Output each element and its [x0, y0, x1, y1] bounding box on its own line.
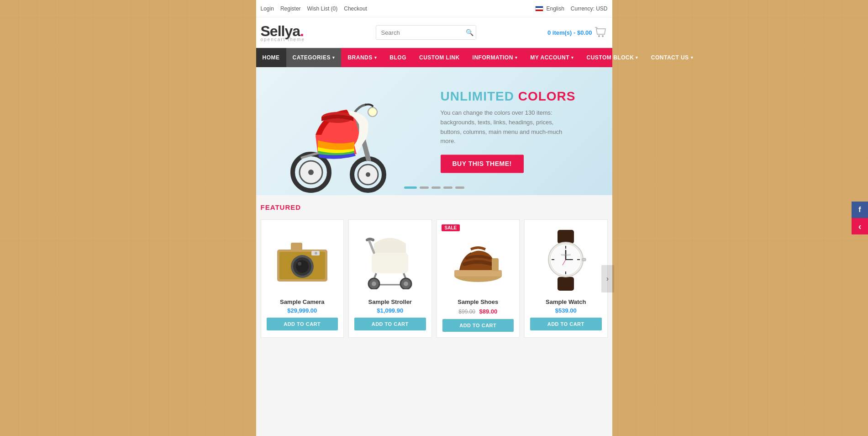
shoes-price-area: $99.00 $89.00 [458, 307, 497, 315]
svg-point-17 [298, 262, 301, 266]
search-button[interactable]: 🔍 [462, 26, 476, 39]
product-card-camera: Sample Camera $29,999.00 ADD TO CART [261, 219, 344, 338]
nav-brands[interactable]: BRANDS ▾ [341, 48, 383, 67]
login-link[interactable]: Login [261, 5, 274, 12]
myaccount-arrow: ▾ [571, 55, 574, 60]
dot-2[interactable] [420, 186, 429, 189]
search-input[interactable] [376, 26, 462, 39]
dot-1[interactable] [404, 186, 417, 189]
svg-point-0 [598, 35, 600, 37]
contactus-arrow: ▾ [691, 55, 694, 60]
categories-arrow: ▾ [332, 55, 335, 60]
svg-point-7 [366, 172, 370, 177]
camera-image-area [267, 225, 338, 294]
camera-image [273, 238, 332, 282]
sale-badge: SALE [442, 224, 460, 231]
watch-add-to-cart[interactable]: ADD TO CART [530, 318, 602, 330]
top-bar-left: Login Register Wish List (0) Checkout [261, 5, 367, 12]
wishlist-link[interactable]: Wish List (0) [307, 5, 338, 12]
hero-dots[interactable] [404, 186, 464, 189]
svg-point-11 [368, 107, 377, 117]
svg-rect-40 [577, 259, 580, 260]
brands-arrow: ▾ [374, 55, 377, 60]
camera-name: Sample Camera [280, 298, 325, 305]
svg-rect-33 [558, 277, 574, 291]
header: Sellya. opencart theme 🔍 0 item(s) - $0.… [256, 17, 612, 48]
watch-price: $539.00 [555, 307, 577, 314]
nav-custom-block[interactable]: CUSTOM BLOCK ▾ [580, 48, 645, 67]
dot-5[interactable] [455, 186, 464, 189]
hero-title: UNLIMITED COLORS [441, 89, 576, 104]
featured-title: FEATURED [261, 203, 608, 213]
hero-text-area: UNLIMITED COLORS You can change the colo… [441, 89, 576, 173]
svg-point-1 [602, 35, 604, 37]
dot-4[interactable] [443, 186, 452, 189]
shoes-sale-price: $89.00 [479, 308, 497, 315]
camera-add-to-cart[interactable]: ADD TO CART [267, 318, 338, 330]
featured-section: FEATURED Sample [256, 195, 612, 347]
hero-scooter-image [284, 76, 393, 195]
svg-rect-31 [492, 258, 499, 271]
svg-rect-45 [582, 258, 586, 261]
logo[interactable]: Sellya. opencart theme [261, 23, 305, 42]
nav-blog[interactable]: BLOG [383, 48, 413, 67]
cart-area[interactable]: 0 item(s) - $0.00 [547, 26, 608, 39]
top-bar: Login Register Wish List (0) Checkout En… [256, 0, 612, 17]
language-label: English [546, 5, 564, 12]
facebook-button[interactable]: f [852, 202, 868, 218]
dot-3[interactable] [431, 186, 441, 189]
checkout-link[interactable]: Checkout [344, 5, 367, 12]
nav-custom-link[interactable]: CUSTOM LINK [413, 48, 466, 67]
products-grid: Sample Camera $29,999.00 ADD TO CART [261, 219, 608, 338]
nav-information[interactable]: INFORMATION ▾ [466, 48, 524, 67]
currency-label: Currency: USD [571, 5, 608, 12]
stroller-price: $1,099.90 [377, 307, 403, 314]
search-area: 🔍 [376, 25, 476, 40]
svg-rect-18 [291, 243, 302, 251]
social-arrow-button[interactable]: ‹ [852, 218, 868, 234]
hero-cta-button[interactable]: BUY THIS THEME! [441, 155, 524, 173]
nav-my-account[interactable]: MY ACCOUNT ▾ [524, 48, 580, 67]
svg-rect-37 [565, 246, 566, 249]
information-arrow: ▾ [515, 55, 518, 60]
logo-sub: opencart theme [261, 37, 305, 42]
stroller-image-area [354, 225, 426, 294]
stroller-image [365, 230, 415, 289]
svg-rect-30 [454, 270, 502, 276]
svg-rect-21 [372, 253, 408, 273]
nav-home[interactable]: HOME [256, 48, 286, 67]
watch-image-area: TISSOT [530, 225, 602, 294]
products-next-arrow[interactable]: › [601, 265, 614, 292]
stroller-add-to-cart[interactable]: ADD TO CART [354, 318, 426, 330]
shoes-image [448, 234, 508, 285]
camera-price: $29,999.00 [287, 307, 317, 314]
hero-description: You can change the colors over 130 items… [441, 108, 568, 146]
svg-point-4 [308, 170, 314, 175]
svg-point-26 [372, 282, 376, 286]
svg-point-20 [315, 252, 317, 255]
language-selector[interactable]: English [535, 5, 564, 12]
top-bar-right: English Currency: USD [535, 5, 607, 12]
hero-banner: UNLIMITED COLORS You can change the colo… [256, 67, 612, 195]
svg-rect-38 [565, 271, 566, 274]
watch-image: TISSOT [541, 228, 591, 292]
nav-categories[interactable]: CATEGORIES ▾ [286, 48, 342, 67]
svg-rect-32 [558, 230, 574, 244]
svg-rect-39 [552, 259, 554, 260]
svg-text:TISSOT: TISSOT [561, 254, 571, 256]
product-card-shoes: SALE [437, 219, 520, 338]
cart-icon [594, 26, 607, 39]
watch-name: Sample Watch [546, 298, 586, 305]
product-card-stroller: Sample Stroller $1,099.90 ADD TO CART [348, 219, 432, 338]
cart-label: 0 item(s) - $0.00 [547, 29, 592, 36]
shoes-name: Sample Shoes [458, 298, 498, 305]
customblock-arrow: ▾ [636, 55, 638, 60]
top-bar-links: Login Register Wish List (0) Checkout [261, 5, 367, 12]
flag-icon [535, 6, 543, 11]
shoes-old-price: $99.00 [458, 308, 475, 315]
svg-point-16 [296, 260, 309, 273]
navbar: HOME CATEGORIES ▾ BRANDS ▾ BLOG CUSTOM L… [256, 48, 612, 67]
shoes-add-to-cart[interactable]: ADD TO CART [442, 319, 514, 332]
register-link[interactable]: Register [280, 5, 301, 12]
nav-contact-us[interactable]: CONTACT US ▾ [645, 48, 700, 67]
